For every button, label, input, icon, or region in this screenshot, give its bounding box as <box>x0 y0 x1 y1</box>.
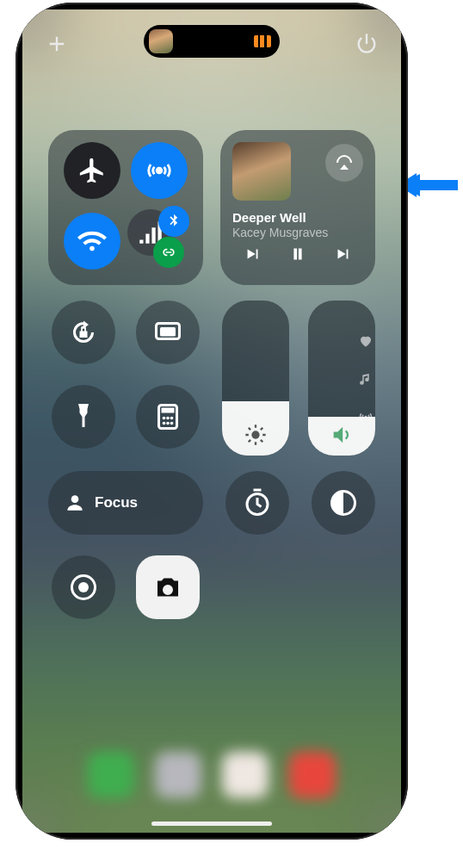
svg-point-14 <box>71 495 79 503</box>
wifi-button[interactable] <box>64 213 120 270</box>
brightness-icon <box>244 423 268 447</box>
calculator-button[interactable] <box>136 385 200 449</box>
timer-button[interactable] <box>225 471 289 535</box>
previous-track-button[interactable] <box>244 245 262 264</box>
now-playing-tile[interactable]: Deeper Well Kacey Musgraves <box>220 130 375 285</box>
airplay-button[interactable] <box>325 144 363 182</box>
album-art-icon <box>232 142 291 201</box>
dock-blur <box>41 741 382 809</box>
bluetooth-icon[interactable] <box>158 206 189 237</box>
home-indicator[interactable] <box>151 822 272 826</box>
iphone-frame: Deeper Well Kacey Musgraves <box>15 3 408 840</box>
volume-icon <box>330 423 354 447</box>
now-playing-thumb-icon <box>149 29 173 53</box>
radio-page-icon[interactable] <box>358 409 373 425</box>
svg-rect-3 <box>160 327 176 337</box>
svg-point-6 <box>163 417 166 420</box>
focus-icon <box>64 492 86 514</box>
brightness-slider[interactable] <box>222 301 289 456</box>
flashlight-button[interactable] <box>52 385 115 449</box>
track-artist: Kacey Musgraves <box>232 226 363 239</box>
add-control-icon[interactable] <box>45 32 69 56</box>
next-track-button[interactable] <box>333 245 352 264</box>
svg-point-9 <box>163 422 166 425</box>
music-page-icon[interactable] <box>358 371 373 387</box>
svg-point-8 <box>170 417 174 420</box>
focus-label: Focus <box>95 494 138 512</box>
svg-point-10 <box>166 422 170 425</box>
svg-point-1 <box>156 167 164 175</box>
screen: Deeper Well Kacey Musgraves <box>22 9 401 833</box>
focus-button[interactable]: Focus <box>48 471 203 535</box>
connectivity-group[interactable] <box>48 130 203 285</box>
screen-record-button[interactable] <box>52 555 115 619</box>
dynamic-island[interactable] <box>144 25 280 58</box>
airdrop-button[interactable] <box>131 142 188 199</box>
personal-hotspot-icon[interactable] <box>153 237 184 268</box>
audio-bars-icon <box>254 35 271 47</box>
dark-mode-button[interactable] <box>312 471 375 535</box>
svg-rect-5 <box>162 408 175 413</box>
svg-point-7 <box>166 417 170 420</box>
heart-page-icon[interactable] <box>358 333 373 349</box>
svg-point-11 <box>170 422 174 425</box>
camera-button[interactable] <box>136 555 200 619</box>
page-indicator[interactable] <box>358 333 373 425</box>
airplane-mode-button[interactable] <box>64 142 120 199</box>
screen-mirroring-button[interactable] <box>136 301 200 364</box>
power-icon[interactable] <box>355 32 379 56</box>
svg-point-12 <box>251 431 259 438</box>
play-pause-button[interactable] <box>288 245 307 264</box>
svg-point-13 <box>365 416 367 418</box>
track-title: Deeper Well <box>232 211 363 226</box>
orientation-lock-button[interactable] <box>52 301 115 364</box>
svg-point-18 <box>78 582 89 592</box>
